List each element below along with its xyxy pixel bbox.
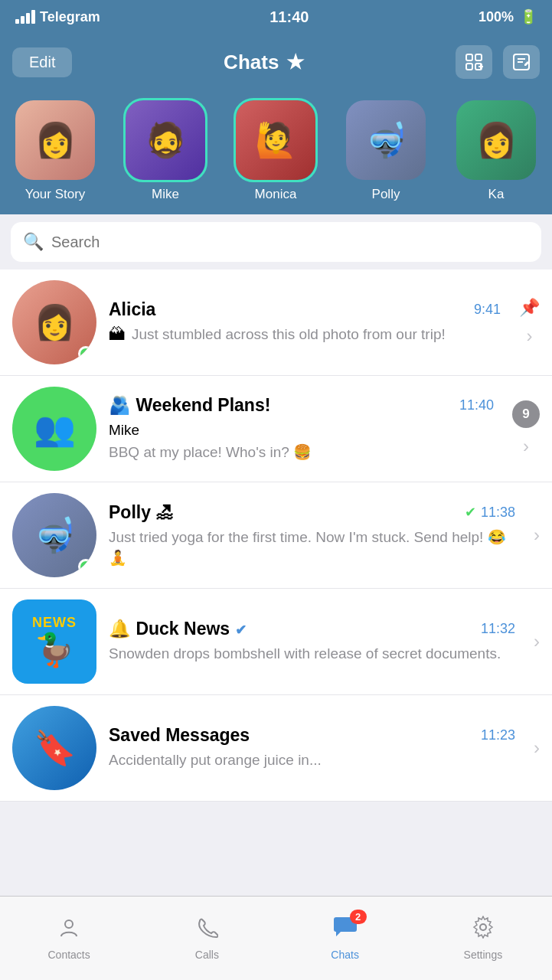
- mike-story-label: Mike: [152, 187, 179, 202]
- alicia-right: 📌 ›: [513, 298, 540, 347]
- carrier-label: Telegram: [40, 9, 100, 25]
- header: Edit Chats ★: [0, 34, 552, 90]
- polly-name: Polly 🏖: [109, 502, 173, 523]
- status-time: 11:40: [269, 8, 309, 26]
- story-item-monica[interactable]: 🙋 Monica: [220, 98, 331, 202]
- contacts-label: Contacts: [48, 949, 90, 961]
- chat-item-alicia[interactable]: 👩 Alicia 9:41 🏔 Just stumbled across thi…: [0, 270, 552, 376]
- header-icons: [456, 45, 540, 79]
- saved-messages-preview: Accidentally put orange juice in...: [109, 750, 515, 771]
- chat-item-duck-news[interactable]: NEWS 🦆 🔔 Duck News ✔ 11:32 Snowden drops…: [0, 589, 552, 695]
- unread-badge: 9: [512, 400, 540, 428]
- chat-item-weekend-plans[interactable]: 👥 🫂 Weekend Plans! 11:40 Mike BBQ at my …: [0, 376, 552, 482]
- chevron-right-icon: ›: [534, 524, 540, 546]
- bottom-nav: Contacts Calls 2 Chats Settings: [0, 896, 552, 980]
- weekend-plans-time: 11:40: [459, 397, 494, 413]
- status-right: 100% 🔋: [479, 8, 537, 25]
- nav-chats[interactable]: 2 Chats: [276, 897, 414, 980]
- weekend-plans-avatar: 👥: [12, 387, 96, 471]
- online-dot: [78, 346, 93, 361]
- alicia-body: Alicia 9:41 🏔 Just stumbled across this …: [96, 299, 513, 345]
- chevron-right-icon: ›: [527, 325, 533, 347]
- status-left: Telegram: [15, 9, 100, 25]
- settings-icon: [472, 916, 495, 944]
- story-item-ka[interactable]: 👩 Ka: [441, 98, 551, 202]
- duck-news-body: 🔔 Duck News ✔ 11:32 Snowden drops bombsh…: [96, 619, 528, 665]
- polly-right: ›: [528, 524, 540, 546]
- duck-news-avatar: NEWS 🦆: [12, 599, 96, 684]
- search-bar: 🔍: [11, 222, 541, 262]
- nav-contacts[interactable]: Contacts: [0, 897, 138, 980]
- header-title: Chats ★: [224, 51, 304, 74]
- chats-label: Chats: [331, 949, 359, 961]
- search-icon: 🔍: [23, 232, 44, 252]
- alicia-preview-icon: 🏔: [109, 325, 126, 345]
- alicia-preview: Just stumbled across this old photo from…: [132, 325, 446, 345]
- alicia-avatar: 👩: [12, 280, 96, 364]
- weekend-plans-preview-sender: Mike: [109, 420, 494, 441]
- search-section: 🔍: [0, 214, 552, 270]
- chats-badge: 2: [350, 910, 367, 924]
- new-group-button[interactable]: [456, 45, 492, 79]
- chevron-right-icon: ›: [523, 436, 529, 457]
- stories-bar: 👩 Your Story 🧔 Mike 🙋 Monica 🤿: [0, 90, 552, 214]
- calls-label: Calls: [195, 949, 219, 961]
- nav-calls[interactable]: Calls: [138, 897, 276, 980]
- alicia-name: Alicia: [109, 299, 155, 320]
- chevron-right-icon: ›: [534, 737, 540, 759]
- signal-bars: [15, 10, 35, 24]
- compose-button[interactable]: [503, 45, 540, 79]
- search-input[interactable]: [51, 234, 529, 251]
- saved-messages-name: Saved Messages: [109, 725, 250, 746]
- chevron-right-icon: ›: [534, 631, 540, 652]
- chats-title: Chats: [224, 51, 279, 74]
- chat-item-polly[interactable]: 🤿 Polly 🏖 ✔ 11:38 Just tried yoga for th…: [0, 482, 552, 589]
- polly-story-label: Polly: [372, 187, 400, 202]
- chat-list: 👩 Alicia 9:41 🏔 Just stumbled across thi…: [0, 270, 552, 802]
- polly-body: Polly 🏖 ✔ 11:38 Just tried yoga for the …: [96, 502, 528, 568]
- svg-rect-0: [466, 54, 472, 60]
- weekend-plans-preview: BBQ at my place! Who's in? 🍔: [109, 443, 494, 463]
- svg-point-10: [480, 924, 486, 930]
- ka-story-label: Ka: [488, 187, 505, 202]
- story-item-mike[interactable]: 🧔 Mike: [110, 98, 220, 202]
- polly-time: 11:38: [481, 505, 515, 521]
- chat-item-saved-messages[interactable]: 🔖 Saved Messages 11:23 Accidentally put …: [0, 695, 552, 802]
- battery-icon: 🔋: [520, 8, 537, 25]
- duck-news-right: ›: [528, 631, 540, 652]
- polly-preview: Just tried yoga for the first time. Now …: [109, 528, 515, 568]
- duck-news-time: 11:32: [481, 621, 515, 637]
- pin-icon: 📌: [519, 298, 540, 318]
- svg-rect-2: [466, 64, 472, 70]
- saved-messages-time: 11:23: [481, 727, 515, 743]
- status-bar: Telegram 11:40 100% 🔋: [0, 0, 552, 34]
- calls-icon: [195, 916, 218, 944]
- polly-chat-avatar: 🤿: [12, 493, 96, 577]
- duck-news-preview: Snowden drops bombshell with release of …: [109, 644, 515, 665]
- battery-label: 100%: [479, 9, 514, 25]
- story-item-polly[interactable]: 🤿 Polly: [331, 98, 441, 202]
- star-icon: ★: [286, 51, 304, 74]
- weekend-plans-right: 9 ›: [506, 400, 540, 457]
- nav-settings[interactable]: Settings: [414, 897, 552, 980]
- story-item-your-story[interactable]: 👩 Your Story: [0, 98, 110, 202]
- alicia-time: 9:41: [474, 302, 501, 318]
- saved-messages-right: ›: [528, 737, 540, 759]
- monica-story-label: Monica: [255, 187, 297, 202]
- duck-news-name: 🔔 Duck News ✔: [109, 619, 247, 639]
- svg-rect-1: [475, 54, 482, 60]
- weekend-plans-name: 🫂 Weekend Plans!: [109, 395, 270, 416]
- edit-button[interactable]: Edit: [12, 47, 72, 77]
- saved-messages-body: Saved Messages 11:23 Accidentally put or…: [96, 725, 528, 771]
- saved-messages-avatar: 🔖: [12, 706, 96, 790]
- chats-badge-wrap: 2: [333, 916, 358, 944]
- contacts-icon: [57, 916, 80, 944]
- your-story-label: Your Story: [25, 187, 86, 202]
- weekend-plans-body: 🫂 Weekend Plans! 11:40 Mike BBQ at my pl…: [96, 395, 506, 462]
- checkmark-icon: ✔: [465, 504, 476, 521]
- settings-label: Settings: [464, 949, 503, 961]
- polly-online-dot: [78, 559, 93, 574]
- svg-point-9: [65, 920, 73, 928]
